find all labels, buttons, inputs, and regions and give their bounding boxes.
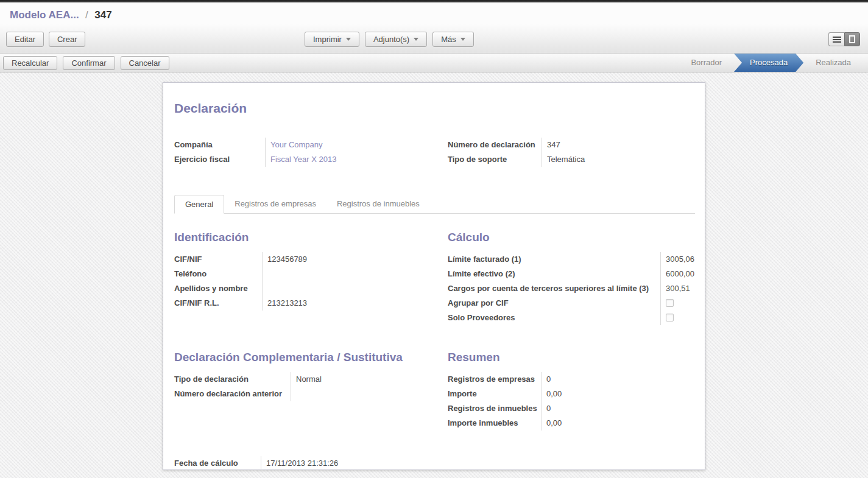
breadcrumb-separator: / xyxy=(85,9,88,21)
importe-inmuebles-label: Importe inmuebles xyxy=(448,416,542,431)
caret-down-icon xyxy=(414,38,418,43)
declaration-number-value: 347 xyxy=(542,138,560,152)
cif-nif-rl-label: CIF/NIF R.L. xyxy=(174,296,263,311)
attachments-button-label: Adjunto(s) xyxy=(373,35,409,44)
agrupar-por-cif-label: Agrupar por CIF xyxy=(448,296,661,311)
field-row-telefono: Teléfono xyxy=(174,267,422,281)
agrupar-por-cif-value xyxy=(661,296,674,311)
cancel-button[interactable]: Cancelar xyxy=(121,56,169,70)
field-row-importe: Importe 0,00 xyxy=(448,387,695,401)
field-row-limite-facturado: Límite facturado (1) 3005,06 xyxy=(448,252,695,267)
support-type-label: Tipo de soporte xyxy=(448,152,542,167)
company-label: Compañía xyxy=(174,138,266,152)
registros-inmuebles-label: Registros de inmuebles xyxy=(448,401,542,416)
create-button-label: Crear xyxy=(57,35,77,44)
field-row-support-type: Tipo de soporte Telemática xyxy=(448,152,695,167)
form-view-icon xyxy=(849,35,855,43)
summary-title: Resumen xyxy=(448,351,695,364)
workflow-buttons: Recalcular Confirmar Cancelar xyxy=(3,56,169,70)
spacer xyxy=(448,456,695,471)
fiscal-year-label: Ejercicio fiscal xyxy=(174,152,266,167)
field-row-registros-empresas: Registros de empresas 0 xyxy=(448,372,695,387)
fecha-calculo-label: Fecha de cálculo xyxy=(174,456,261,471)
field-row-fecha-calculo: Fecha de cálculo 17/11/2013 21:31:26 xyxy=(174,456,422,471)
status-state-realizada: Realizada xyxy=(803,54,863,72)
form-view-button[interactable] xyxy=(844,32,860,46)
field-row-numero-declaracion-anterior: Número declaración anterior xyxy=(174,387,422,401)
limite-facturado-label: Límite facturado (1) xyxy=(448,252,661,267)
field-row-registros-inmuebles: Registros de inmuebles 0 xyxy=(448,401,695,416)
confirm-button[interactable]: Confirmar xyxy=(63,56,115,70)
print-dropdown-button[interactable]: Imprimir xyxy=(305,32,359,47)
cif-nif-rl-value: 213213213 xyxy=(263,296,307,311)
field-row-importe-inmuebles: Importe inmuebles 0,00 xyxy=(448,416,695,431)
limite-efectivo-value: 6000,00 xyxy=(661,267,694,281)
apellidos-nombre-label: Apellidos y nombre xyxy=(174,281,263,296)
cancel-button-label: Cancelar xyxy=(129,58,161,68)
importe-value: 0,00 xyxy=(542,387,562,401)
company-link[interactable]: Your Company xyxy=(266,138,323,152)
fiscal-year-link[interactable]: Fiscal Year X 2013 xyxy=(266,152,336,167)
caret-down-icon xyxy=(460,38,465,43)
cif-nif-value: 123456789 xyxy=(263,252,307,267)
tab-registros-de-empresas[interactable]: Registros de empresas xyxy=(224,195,326,214)
numero-declaracion-anterior-value xyxy=(291,387,296,401)
field-row-declaration-number: Número de declaración 347 xyxy=(448,138,695,152)
confirm-button-label: Confirmar xyxy=(71,58,106,68)
view-switcher xyxy=(828,32,860,46)
breadcrumb-parent-link[interactable]: Modelo AEA... xyxy=(10,9,79,21)
record-buttons: Editar Crear xyxy=(6,32,85,47)
print-button-label: Imprimir xyxy=(313,35,342,44)
declaration-field-group: Número de declaración 347 Tipo de soport… xyxy=(448,138,695,167)
recalculate-button[interactable]: Recalcular xyxy=(3,56,57,70)
registros-empresas-label: Registros de empresas xyxy=(448,372,542,387)
complementary-title: Declaración Complementaria / Sustitutiva xyxy=(174,351,422,364)
tipo-declaracion-value: Normal xyxy=(291,372,322,387)
more-dropdown-button[interactable]: Más xyxy=(432,32,474,47)
breadcrumb: Modelo AEA... / 347 xyxy=(0,2,868,24)
field-row-cargos-terceros: Cargos por cuenta de terceros superiores… xyxy=(448,281,695,296)
field-row-limite-efectivo: Límite efectivo (2) 6000,00 xyxy=(448,267,695,281)
attachments-dropdown-button[interactable]: Adjunto(s) xyxy=(365,32,427,47)
more-button-label: Más xyxy=(441,35,456,44)
importe-label: Importe xyxy=(448,387,542,401)
tab-general[interactable]: General xyxy=(174,195,224,214)
limite-efectivo-label: Límite efectivo (2) xyxy=(448,267,661,281)
identification-section: Identificación CIF/NIF 123456789 Teléfon… xyxy=(174,231,422,325)
status-state-procesada: Procesada xyxy=(734,54,803,72)
field-row-tipo-declaracion: Tipo de declaración Normal xyxy=(174,372,422,387)
declaration-number-label: Número de declaración xyxy=(448,138,542,152)
identification-title: Identificación xyxy=(174,231,422,244)
telefono-label: Teléfono xyxy=(174,267,263,281)
apellidos-nombre-value xyxy=(263,281,267,296)
registros-empresas-value: 0 xyxy=(542,372,551,387)
create-button[interactable]: Crear xyxy=(49,32,86,47)
notebook-tabs: General Registros de empresas Registros … xyxy=(174,195,695,214)
cargos-terceros-value: 300,51 xyxy=(661,281,690,296)
list-view-button[interactable] xyxy=(828,32,844,46)
field-row-company: Compañía Your Company xyxy=(174,138,422,152)
breadcrumb-current: 347 xyxy=(94,9,111,21)
solo-proveedores-value xyxy=(661,311,674,325)
company-field-group: Compañía Your Company Ejercicio fiscal F… xyxy=(174,138,422,167)
limite-facturado-value: 3005,06 xyxy=(661,252,694,267)
tab-general-content: Identificación CIF/NIF 123456789 Teléfon… xyxy=(174,231,695,471)
agrupar-por-cif-checkbox xyxy=(666,299,674,307)
caret-down-icon xyxy=(346,38,351,43)
telefono-value xyxy=(263,267,267,281)
sidebar-buttons: Imprimir Adjunto(s) Más xyxy=(305,32,474,47)
edit-button[interactable]: Editar xyxy=(6,32,44,47)
form-sheet: Declaración Compañía Your Company Ejerci… xyxy=(163,82,705,470)
importe-inmuebles-value: 0,00 xyxy=(542,416,562,431)
workflow-bar: Recalcular Confirmar Cancelar Borrador P… xyxy=(0,54,868,72)
fecha-calculo-value: 17/11/2013 21:31:26 xyxy=(261,456,338,471)
edit-button-label: Editar xyxy=(15,35,35,44)
tab-registros-de-inmuebles[interactable]: Registros de inmuebles xyxy=(326,195,430,214)
calculation-title: Cálculo xyxy=(448,231,695,244)
tipo-declaracion-label: Tipo de declaración xyxy=(174,372,291,387)
list-view-icon xyxy=(833,36,841,43)
field-row-solo-proveedores: Solo Proveedores xyxy=(448,311,695,325)
cargos-terceros-label: Cargos por cuenta de terceros superiores… xyxy=(448,281,661,296)
status-state-borrador: Borrador xyxy=(679,54,734,72)
calculation-section: Cálculo Límite facturado (1) 3005,06 Lím… xyxy=(448,231,695,325)
